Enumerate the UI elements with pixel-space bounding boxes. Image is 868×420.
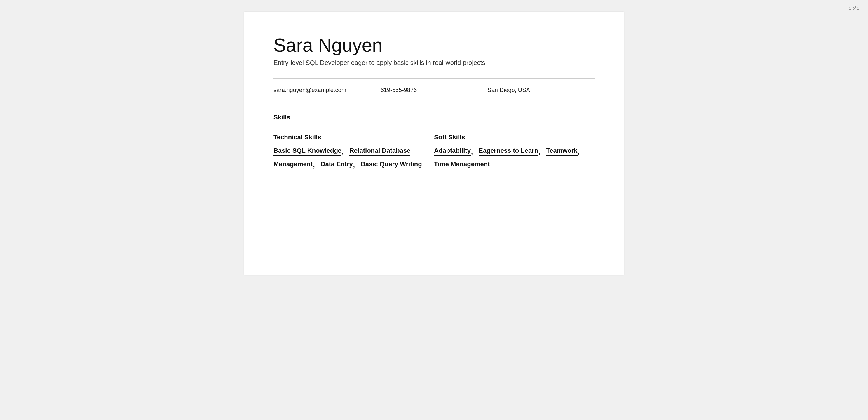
skill-text-basic-sql: Basic SQL Knowledge <box>274 147 341 156</box>
candidate-name: Sara Nguyen <box>274 35 594 56</box>
header-section: Sara Nguyen Entry-level SQL Developer ea… <box>274 35 594 67</box>
skill-comma-adaptability: , <box>471 148 473 156</box>
skills-divider <box>274 126 594 126</box>
skills-section-label: Skills <box>274 114 290 121</box>
skill-comma-management: , <box>313 161 315 169</box>
page-wrapper: 1 of 1 Sara Nguyen Entry-level SQL Devel… <box>230 12 638 408</box>
contact-email: sara.nguyen@example.com <box>274 87 380 93</box>
soft-skills-title: Soft Skills <box>434 133 594 141</box>
soft-skills-column: Soft Skills Adaptability, Eagerness to L… <box>434 133 594 174</box>
skill-comma-eagerness: , <box>538 148 540 156</box>
skill-text-time-management: Time Management <box>434 160 490 169</box>
skill-text-teamwork: Teamwork <box>546 147 577 156</box>
skill-text-adaptability: Adaptability <box>434 147 471 156</box>
candidate-tagline: Entry-level SQL Developer eager to apply… <box>274 59 594 67</box>
technical-skill-row-1: Basic SQL Knowledge, Relational Database <box>274 147 434 156</box>
contact-section: sara.nguyen@example.com 619-555-9876 San… <box>274 78 594 102</box>
skill-text-data-entry: Data Entry <box>321 160 353 169</box>
page-counter: 1 of 1 <box>849 6 859 10</box>
skill-item-relational-db: Relational Database <box>349 147 410 156</box>
skill-item-adaptability: Adaptability, <box>434 147 477 156</box>
contact-phone: 619-555-9876 <box>380 87 488 93</box>
skills-heading-wrapper: Skills <box>274 114 594 124</box>
skill-text-eagerness: Eagerness to Learn <box>479 147 538 156</box>
skill-item-basic-query: Basic Query Writing <box>361 160 422 169</box>
skill-text-relational-db: Relational Database <box>349 147 410 156</box>
skill-item-eagerness: Eagerness to Learn, <box>479 147 545 156</box>
soft-skill-row-2: Time Management <box>434 160 594 169</box>
skill-comma-data-entry: , <box>353 161 355 169</box>
skill-text-management: Management <box>274 160 313 169</box>
skill-item-data-entry: Data Entry, <box>321 160 360 169</box>
skill-item-basic-sql: Basic SQL Knowledge, <box>274 147 348 156</box>
skills-section: Skills Technical Skills Basic SQL Knowle… <box>274 114 594 174</box>
soft-skill-row-1: Adaptability, Eagerness to Learn, Teamwo… <box>434 147 594 156</box>
skill-item-management: Management, <box>274 160 319 169</box>
skill-comma-basic-sql: , <box>342 148 343 156</box>
technical-skills-column: Technical Skills Basic SQL Knowledge, Re… <box>274 133 434 174</box>
skills-columns: Technical Skills Basic SQL Knowledge, Re… <box>274 133 594 174</box>
skill-text-basic-query: Basic Query Writing <box>361 160 422 169</box>
technical-skills-title: Technical Skills <box>274 133 434 141</box>
skill-item-time-management: Time Management <box>434 160 490 169</box>
resume-page: Sara Nguyen Entry-level SQL Developer ea… <box>244 12 624 274</box>
contact-location: San Diego, USA <box>488 87 594 93</box>
skill-item-teamwork: Teamwork, <box>546 147 584 156</box>
skill-comma-teamwork: , <box>578 148 580 156</box>
technical-skill-row-2: Management, Data Entry, Basic Query Writ… <box>274 160 434 169</box>
